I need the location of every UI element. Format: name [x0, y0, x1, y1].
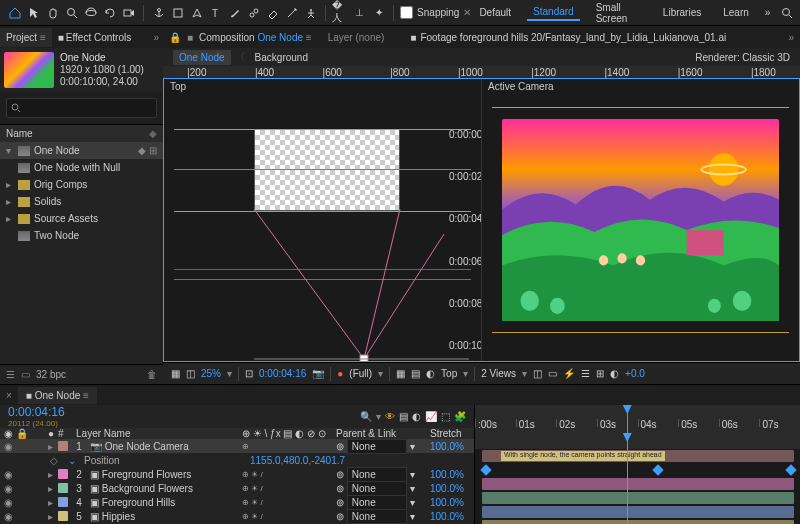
panel-menu-icon[interactable]: »	[149, 32, 163, 43]
axis-view-icon[interactable]: ✦	[370, 4, 387, 22]
grid-icon[interactable]: ▦	[396, 368, 405, 379]
col-number[interactable]: #	[58, 428, 72, 439]
snapping-checkbox[interactable]	[400, 6, 413, 19]
keyframe[interactable]	[785, 464, 796, 475]
workspace-more-icon[interactable]: »	[765, 7, 771, 18]
layer-tab[interactable]: Layer (none)	[328, 32, 385, 43]
crumb-one-node[interactable]: One Node	[173, 50, 231, 65]
puppet-tool-icon[interactable]	[302, 4, 319, 22]
resolution-dropdown[interactable]: (Full)	[349, 368, 372, 379]
project-item[interactable]: ▸Source Assets	[0, 210, 163, 227]
layer-bounds[interactable]	[254, 129, 400, 211]
workspace-small[interactable]: Small Screen	[590, 0, 647, 26]
timeline-tracks[interactable]: :00s01s02s03s04s05s06s07s With single no…	[475, 405, 800, 524]
tl-search-icon[interactable]: 🔍	[360, 411, 372, 422]
text-tool-icon[interactable]: T	[207, 4, 224, 22]
project-item[interactable]: ▾One Node◆ ⊞	[0, 142, 163, 159]
fullres-icon[interactable]: ⊡	[245, 368, 253, 379]
keyframe[interactable]	[652, 464, 663, 475]
snapping-toggle[interactable]: Snapping✕	[400, 6, 471, 19]
snapshot-icon[interactable]: 📷	[312, 368, 324, 379]
viewer-top[interactable]: Top 0:00:00:000:00:02:000:00:04:000:00:0…	[164, 79, 482, 361]
camera-tool-icon[interactable]	[120, 4, 137, 22]
timeline-icon[interactable]: ☰	[581, 368, 590, 379]
comp-lock-icon[interactable]: 🔒	[169, 32, 181, 43]
new-folder-icon[interactable]: ▭	[21, 369, 30, 380]
track-row[interactable]	[475, 491, 800, 505]
track-row[interactable]: With single node, the camera points stra…	[475, 449, 800, 463]
pen-tool-icon[interactable]	[188, 4, 205, 22]
col-name-header[interactable]: Name	[6, 128, 33, 139]
workspace-standard[interactable]: Standard	[527, 4, 580, 21]
timeline-tab[interactable]: ■ One Node ≡	[18, 387, 97, 404]
timeline-layer[interactable]: ◉▸2▣ Foreground Flowers⊕ ☀ /⊚ None ▾100.…	[0, 467, 474, 481]
project-item[interactable]: Two Node	[0, 227, 163, 244]
brain-icon[interactable]: 🧩	[454, 411, 466, 422]
keyframe-row[interactable]	[475, 463, 800, 477]
hand-tool-icon[interactable]	[44, 4, 61, 22]
timeline-layer[interactable]: ◉▸4▣ Foreground Hills⊕ ☀ /⊚ None ▾100.0%	[0, 495, 474, 509]
alpha-icon[interactable]: ◫	[186, 368, 195, 379]
current-time[interactable]: 0:00:04:16	[8, 405, 65, 419]
project-item[interactable]: ▸Orig Comps	[0, 176, 163, 193]
track-row[interactable]	[475, 519, 800, 524]
mask-icon[interactable]: ◐	[426, 368, 435, 379]
footage-tab[interactable]: ■Footage foreground hills 20/Fantasy_lan…	[410, 32, 726, 43]
track-row[interactable]	[475, 477, 800, 491]
timecode-display[interactable]: 0:00:04:16	[259, 368, 306, 379]
selection-tool-icon[interactable]	[25, 4, 42, 22]
comp-tab[interactable]: Composition One Node ≡	[199, 32, 312, 43]
tab-effect-controls[interactable]: ■Effect Controls	[52, 28, 137, 47]
rotate-tool-icon[interactable]	[101, 4, 118, 22]
col-parent[interactable]: Parent & Link	[336, 428, 426, 439]
shy-icon[interactable]: 👁	[385, 411, 395, 422]
orbit-tool-icon[interactable]	[82, 4, 99, 22]
col-layer-name[interactable]: Layer Name	[76, 428, 238, 439]
time-ruler[interactable]: :00s01s02s03s04s05s06s07s	[475, 405, 800, 433]
renderer-dropdown[interactable]: Classic 3D	[742, 52, 790, 63]
col-label-icon[interactable]: ◆	[149, 128, 157, 139]
brush-tool-icon[interactable]	[226, 4, 243, 22]
search-icon[interactable]	[780, 4, 794, 22]
shape-tool-icon[interactable]	[169, 4, 186, 22]
interpret-icon[interactable]: ☰	[6, 369, 15, 380]
pixel-aspect-icon[interactable]: ▭	[548, 368, 557, 379]
axis-world-icon[interactable]: ⊥	[351, 4, 368, 22]
layer-marker[interactable]: With single node, the camera points stra…	[501, 451, 665, 461]
timeline-close-icon[interactable]: ×	[0, 390, 18, 401]
motion-blur-icon[interactable]: ◐	[412, 411, 421, 422]
label-col-icon[interactable]: ●	[48, 428, 54, 439]
timeline-layer[interactable]: ◉▸5▣ Hippies⊕ ☀ /⊚ None ▾100.0%	[0, 509, 474, 523]
home-icon[interactable]	[6, 4, 23, 22]
comp-markers-icon[interactable]: ▾	[376, 411, 381, 422]
draft-3d-icon[interactable]: ⬚	[441, 411, 450, 422]
tab-project[interactable]: Project ≡	[0, 28, 52, 47]
timeline-layer[interactable]: ◉▸1📷 One Node Camera⊕⊚ None ▾100.0%	[0, 439, 474, 453]
keyframe[interactable]	[480, 464, 491, 475]
channel-icon[interactable]: ●	[337, 368, 343, 379]
view-layout-icon[interactable]: ◫	[533, 368, 542, 379]
zoom-tool-icon[interactable]	[63, 4, 80, 22]
fast-preview-icon[interactable]: ⚡	[563, 368, 575, 379]
comp-panel-menu-icon[interactable]: »	[788, 32, 794, 43]
crumb-background[interactable]: Background	[249, 50, 314, 65]
lock-col-icon[interactable]: 🔒	[16, 428, 28, 439]
project-item[interactable]: One Node with Null	[0, 159, 163, 176]
layer-property-position[interactable]: ◇⌄Position1155.0,480.0,-2401.7	[0, 453, 474, 467]
workspace-default[interactable]: Default	[473, 5, 517, 20]
res-icon[interactable]: ▦	[171, 368, 180, 379]
project-search[interactable]	[6, 98, 157, 118]
eraser-tool-icon[interactable]	[264, 4, 281, 22]
exposure-reset-icon[interactable]: ◐	[610, 368, 619, 379]
trash-icon[interactable]: 🗑	[147, 369, 157, 380]
frame-blend-icon[interactable]: ▤	[399, 411, 408, 422]
track-row[interactable]	[475, 505, 800, 519]
clone-tool-icon[interactable]	[245, 4, 262, 22]
project-search-input[interactable]	[25, 103, 152, 114]
viewer-active-camera[interactable]: Active Camera	[482, 79, 799, 361]
current-time-indicator[interactable]	[627, 405, 628, 433]
guides-icon[interactable]: ▤	[411, 368, 420, 379]
col-stretch[interactable]: Stretch	[430, 428, 470, 439]
workspace-libraries[interactable]: Libraries	[657, 5, 707, 20]
num-views-dropdown[interactable]: 2 Views	[481, 368, 516, 379]
